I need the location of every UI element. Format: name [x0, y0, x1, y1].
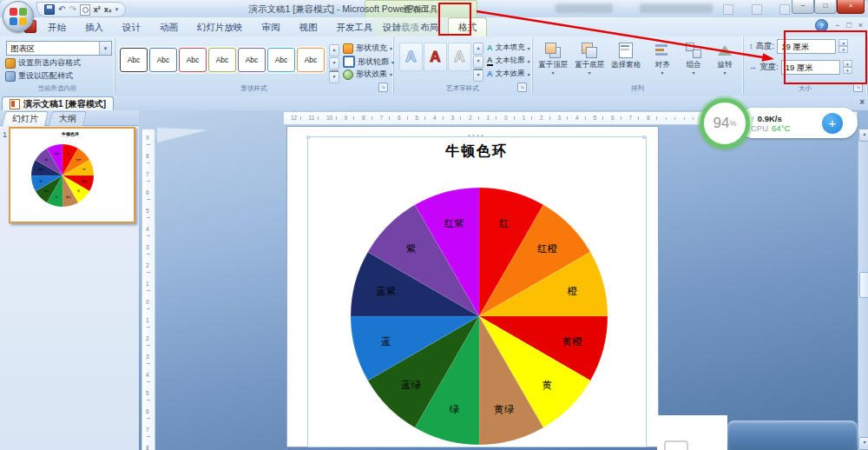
shape-style-3[interactable]: Abc	[208, 48, 236, 72]
dialog-launcher-icon[interactable]: ↘	[517, 83, 527, 92]
plus-button[interactable]: +	[822, 113, 843, 134]
pie-slice-label: 蓝绿	[44, 189, 49, 193]
wordart-sample-3[interactable]: A	[448, 43, 471, 71]
arrange-selection-pane-button[interactable]: 选择窗格	[608, 40, 643, 85]
ruler-number: 8	[647, 115, 650, 121]
pane-icon	[617, 42, 635, 59]
chart-element-dropdown[interactable]: 图表区 ▾	[6, 41, 112, 56]
maximize-button[interactable]: □	[814, 0, 837, 14]
shape-fill-button[interactable]: 形状填充 ▾	[343, 43, 392, 54]
gallery-up-icon[interactable]: ▴	[473, 43, 483, 55]
pie-slice-label: 红橙	[75, 158, 81, 162]
shape-effects-button[interactable]: 形状效果 ▾	[343, 69, 392, 80]
shape-style-5[interactable]: Abc	[267, 48, 295, 72]
tab-outline[interactable]: 大纲	[49, 111, 87, 126]
arrange-bring-front-button[interactable]: 置于顶层▾	[536, 40, 570, 85]
wordart-sample-2[interactable]: A	[424, 43, 447, 71]
net-speed: 0.9K/s	[758, 114, 782, 123]
arrange-rotate-button[interactable]: 旋转▾	[707, 40, 742, 85]
gallery-more-icon[interactable]: ▾	[473, 69, 483, 82]
arrange-align-button[interactable]: 对齐▾	[645, 40, 680, 85]
office-button[interactable]	[3, 1, 34, 32]
tab-main-4[interactable]: 幻灯片放映	[187, 17, 253, 36]
tab-main-2[interactable]: 设计	[113, 17, 150, 36]
text-outline-icon: A	[487, 56, 493, 66]
group-label: 艺术字样式	[393, 84, 532, 93]
chart-title[interactable]: 牛顿色环	[308, 142, 645, 161]
minimize-button[interactable]: −	[792, 0, 814, 14]
vertical-scrollbar[interactable]: ▴ ▾	[858, 129, 868, 450]
tab-main-6[interactable]: 视图	[290, 17, 327, 36]
tab-main-0[interactable]: 开始	[38, 17, 76, 36]
gallery-down-icon[interactable]: ▾	[329, 57, 339, 69]
shape-style-4[interactable]: Abc	[238, 48, 266, 72]
back-icon	[581, 42, 598, 59]
scroll-up-icon[interactable]: ▴	[858, 129, 868, 142]
tab-main-5[interactable]: 审阅	[253, 17, 290, 36]
selection-handle[interactable]	[642, 136, 646, 139]
arrange-group-button[interactable]: 组合▾	[676, 40, 711, 85]
document-close-icon[interactable]: ×	[859, 97, 865, 107]
ruler-number: 11	[309, 115, 315, 121]
pie-slice-label: 红紫	[53, 152, 59, 156]
ruler-number: 2	[469, 115, 472, 121]
gallery-more-icon[interactable]: ▾	[329, 70, 339, 83]
shape-style-1[interactable]: Abc	[149, 48, 177, 72]
ruler-number: 2	[540, 115, 543, 121]
ruler-number: 8	[146, 153, 149, 159]
wordart-sample-1[interactable]: A	[399, 43, 423, 71]
chevron-down-icon: ▾	[99, 42, 111, 55]
pie-slice-label: 橙	[567, 286, 577, 296]
ruler-number: 0	[146, 299, 149, 305]
ruler-number: 1	[523, 115, 526, 121]
ruler-number: 4	[146, 372, 149, 378]
tab-slides[interactable]: 幻灯片	[2, 111, 49, 126]
ruler-number: 10	[326, 115, 332, 121]
ruler-number: 7	[380, 115, 384, 121]
scroll-down-icon[interactable]: ▾	[858, 437, 868, 450]
pie-slice-label: 黄	[542, 380, 553, 390]
pie-slice-label: 蓝绿	[401, 380, 422, 390]
format-selection-button[interactable]: 设置所选内容格式	[5, 57, 81, 69]
gallery-down-icon[interactable]: ▾	[473, 56, 483, 68]
pie-slice-label: 黄绿	[494, 404, 515, 414]
pie-chart[interactable]: 红红橙橙黄橙黄黄绿绿蓝绿蓝蓝紫紫红紫	[345, 182, 614, 450]
close-button[interactable]: ×	[837, 0, 865, 14]
group-wordart-styles: A A A ▴ ▾ ▾ A 文本填充 ▾ A 文本轮廓 ▾ A 文本效果 ▾	[393, 37, 533, 94]
tab-main-3[interactable]: 动画	[150, 17, 187, 36]
ruler-number: 4	[575, 115, 579, 121]
selection-handle[interactable]	[306, 136, 310, 139]
shape-style-2[interactable]: Abc	[179, 48, 207, 72]
arrange-send-back-button[interactable]: 置于底层▾	[572, 40, 607, 85]
tab-contextual-0[interactable]: 设计	[373, 17, 411, 36]
wordart-gallery-scroll: ▴ ▾ ▾	[473, 43, 483, 82]
ruler-number: 3	[146, 354, 149, 360]
text-effects-button[interactable]: A 文本效果 ▾	[487, 69, 530, 79]
dialog-launcher-icon[interactable]: ↘	[378, 83, 388, 92]
shape-effects-icon	[343, 69, 353, 80]
pie-slice-label: 绿	[450, 404, 460, 414]
ruler-number: 5	[146, 390, 149, 396]
bottom-popup-button[interactable]	[664, 440, 688, 450]
reset-to-match-style-button[interactable]: 重设以匹配样式	[5, 70, 73, 82]
pie-slice-label: 紫	[406, 243, 417, 254]
rotate-icon	[716, 42, 733, 59]
arrange-item-label: 置于底层	[572, 60, 607, 70]
shape-style-6[interactable]: Abc	[297, 48, 325, 72]
selection-grip[interactable]	[467, 134, 484, 138]
ruler-number: 0	[504, 115, 508, 121]
pie-slice-label: 蓝	[381, 336, 391, 347]
gallery-up-icon[interactable]: ▴	[329, 44, 339, 56]
scrollbar-thumb[interactable]	[859, 272, 868, 298]
shape-outline-icon	[343, 56, 355, 68]
pie-slice-label: 绿	[56, 195, 58, 199]
tab-main-1[interactable]: 插入	[76, 17, 113, 36]
ruler-number: 6	[398, 115, 401, 121]
text-fill-button[interactable]: A 文本填充 ▾	[487, 43, 530, 53]
shape-outline-button[interactable]: 形状轮廓 ▾	[343, 56, 394, 68]
percent-value: 94	[713, 115, 730, 132]
arrange-item-label: 对齐	[645, 60, 680, 70]
shape-style-0[interactable]: Abc	[120, 48, 148, 72]
document-tab[interactable]: 演示文稿1 [兼容模式]	[2, 96, 114, 111]
text-outline-button[interactable]: A 文本轮廓 ▾	[487, 56, 530, 66]
